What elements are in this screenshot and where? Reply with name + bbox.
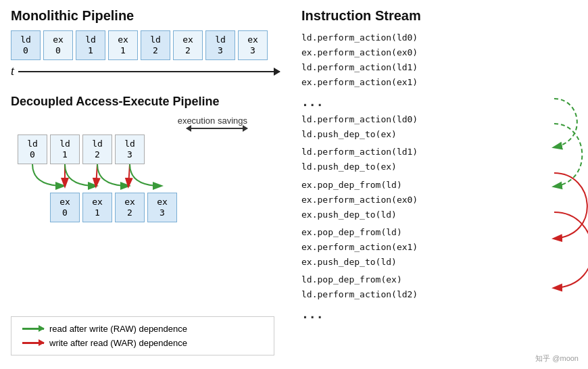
war-arrow-icon <box>22 342 44 344</box>
mono-box-0: ld0 <box>11 30 41 60</box>
legend-item-raw: read after write (RAW) dependence <box>22 324 263 334</box>
raw-arrow-icon <box>22 328 44 330</box>
stream-group-5: ex.pop_dep_from(ld)ex.perform_action(ex1… <box>301 225 534 270</box>
stream-line-4-2: ex.push_dep_to(ld) <box>301 207 534 222</box>
watermark: 知乎 @moon <box>535 353 579 364</box>
monolithic-title: Monolithic Pipeline <box>11 8 280 24</box>
legend-item-war: write after read (WAR) dependence <box>22 338 263 348</box>
savings-line <box>187 128 247 129</box>
mono-box-6: ld3 <box>205 30 235 60</box>
stream-line-2-1: ld.push_dep_to(ex) <box>301 127 534 142</box>
stream-code: ld.perform_action(ld0)ex.perform_action(… <box>301 30 534 324</box>
stream-line-4-0: ex.pop_dep_from(ld) <box>301 178 534 193</box>
stream-line-2-0: ld.perform_action(ld0) <box>301 112 534 127</box>
stream-line-0-2: ld.perform_action(ld1) <box>301 60 534 75</box>
ex-box-2: ex2 <box>115 193 145 222</box>
right-panel: Instruction Stream ld.perform_action(ld0… <box>291 0 588 369</box>
ex-box-1: ex1 <box>82 193 112 222</box>
left-panel: Monolithic Pipeline ld0ex0ld1ex1ld2ex2ld… <box>0 0 291 369</box>
ex-row: ex0ex1ex2ex3 <box>50 193 177 222</box>
stream-group-6: ld.pop_dep_from(ex)ld.perform_action(ld2… <box>301 272 534 302</box>
right-inner: ld.perform_action(ld0)ex.perform_action(… <box>301 30 577 324</box>
ld-box-3: ld3 <box>115 134 145 164</box>
indicators-col <box>537 30 577 324</box>
stream-group-3: ld.perform_action(ld1)ld.push_dep_to(ex) <box>301 145 534 174</box>
decoupled-diagram: execution savings ld0ld1ld2ld3 ex0ex1ex2… <box>18 118 261 216</box>
stream-divider-1: ... <box>301 93 534 112</box>
time-arrow: t <box>11 64 280 78</box>
legend-raw-text: read after write (RAW) dependence <box>49 324 187 334</box>
main-container: Monolithic Pipeline ld0ex0ld1ex1ld2ex2ld… <box>0 0 588 369</box>
stream-line-6-0: ld.pop_dep_from(ex) <box>301 272 534 287</box>
stream-group-4: ex.pop_dep_from(ld)ex.perform_action(ex0… <box>301 178 534 222</box>
stream-title: Instruction Stream <box>301 8 577 24</box>
stream-line-0-0: ld.perform_action(ld0) <box>301 30 534 45</box>
stream-line-5-0: ex.pop_dep_from(ld) <box>301 225 534 240</box>
ld-box-2: ld2 <box>82 134 112 164</box>
mono-box-2: ld1 <box>76 30 105 60</box>
ld-box-1: ld1 <box>50 134 80 164</box>
monolithic-pipeline-row: ld0ex0ld1ex1ld2ex2ld3ex3 <box>11 30 280 60</box>
stream-group-2: ld.perform_action(ld0)ld.push_dep_to(ex) <box>301 112 534 142</box>
mono-box-7: ex3 <box>238 30 268 60</box>
stream-line-0-1: ex.perform_action(ex0) <box>301 45 534 60</box>
stream-line-5-1: ex.perform_action(ex1) <box>301 240 534 255</box>
mono-box-4: ld2 <box>141 30 170 60</box>
savings-arrow <box>187 128 247 129</box>
stream-line-3-0: ld.perform_action(ld1) <box>301 145 534 159</box>
legend: read after write (RAW) dependence write … <box>11 316 274 355</box>
stream-line-4-1: ex.perform_action(ex0) <box>301 193 534 207</box>
stream-line-0-3: ex.perform_action(ex1) <box>301 75 534 90</box>
time-arrow-line <box>18 71 280 72</box>
stream-line-6-1: ld.perform_action(ld2) <box>301 287 534 302</box>
stream-line-3-1: ld.push_dep_to(ex) <box>301 159 534 174</box>
mono-box-3: ex1 <box>108 30 138 60</box>
ld-box-0: ld0 <box>18 134 47 164</box>
ex-box-3: ex3 <box>147 193 177 222</box>
stream-divider-7: ... <box>301 305 534 324</box>
execution-savings-label: execution savings <box>178 116 247 126</box>
stream-group-0: ld.perform_action(ld0)ex.perform_action(… <box>301 30 534 90</box>
stream-line-5-2: ex.push_dep_to(ld) <box>301 255 534 270</box>
ex-box-0: ex0 <box>50 193 80 222</box>
ld-row: ld0ld1ld2ld3 <box>18 134 145 164</box>
mono-box-1: ex0 <box>43 30 73 60</box>
mono-box-5: ex2 <box>173 30 203 60</box>
time-label: t <box>11 64 14 78</box>
decoupled-title: Decoupled Access-Execute Pipeline <box>11 95 280 109</box>
legend-war-text: write after read (WAR) dependence <box>49 338 187 348</box>
